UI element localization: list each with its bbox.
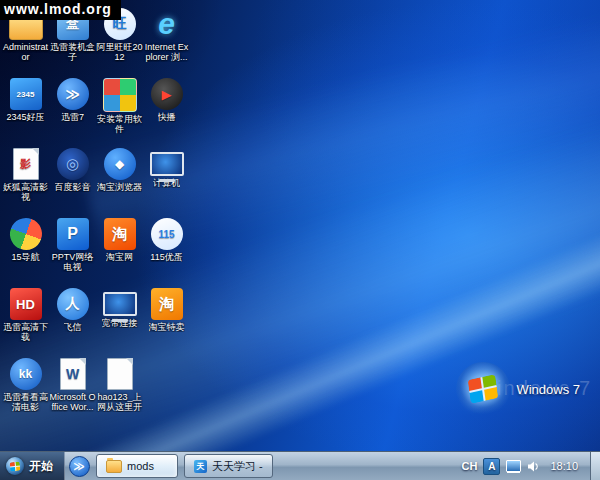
system-tray: CH A 18:10 [454,452,600,480]
taskbar-clock[interactable]: 18:10 [546,460,582,472]
desktop-icon-label: PPTV网络电视 [49,252,96,272]
desktop-icon-label: 妖狐高清影视 [2,182,49,202]
xunlei-kankan-icon: kk [10,358,42,390]
desktop-icon-label: 15导航 [11,252,39,262]
qvod-kuaibo-icon: ▶ [151,78,183,110]
site-watermark: www.lmod.org [0,0,121,20]
115-youdan-icon: 115 [151,218,183,250]
desktop-icon-pptv[interactable]: PPPTV网络电视 [49,216,96,286]
yaohu-hd-video-icon: 影 [13,148,39,180]
desktop-icon-label: 迅雷装机盒子 [49,42,96,62]
volume-icon[interactable] [527,460,540,473]
xunlei-hd-download-icon: HD [10,288,42,320]
desktop-icon-label: 快播 [158,112,176,122]
desktop-icon-hao123[interactable]: hao123_上网从这里开始 [96,356,143,426]
desktop-icon-label: 迅雷7 [61,112,84,122]
windows7-logo: Windows 7 [456,362,580,416]
app-icon: 天 [194,460,207,473]
taobao-browser-icon: ◆ [104,148,136,180]
desktop-icon-taobao[interactable]: 淘淘宝网 [96,216,143,286]
windows7-label: Windows 7 [516,382,580,397]
desktop-icon-fetion[interactable]: 人飞信 [49,286,96,356]
start-label: 开始 [29,458,53,475]
desktop-icon-label: 淘宝网 [106,252,133,262]
desktop-icon-label: Microsoft Office Wor... [49,392,96,412]
desktop-icon-taobao-temai[interactable]: 淘淘宝特卖 [143,286,190,356]
taskbar-window-mods[interactable]: mods [96,454,178,478]
windows-flag-icon [10,461,21,471]
desktop-icon-label: Internet Explorer 浏... [143,42,190,62]
taskbar: 开始 ≫ mods 天 天天学习 - CH A 18:10 [0,451,600,480]
desktop-icon-label: 安装常用软件 [96,114,143,134]
thunder-icon: ≫ [69,456,90,477]
desktop-icon-label: 阿里旺旺2012 [96,42,143,62]
ms-office-word-icon: W [60,358,86,390]
desktop-icon-label: 115优蛋 [150,252,182,262]
desktop-icon-label: 2345好压 [6,112,44,122]
ime-indicator[interactable]: A [483,458,500,475]
desktop-icon-label: hao123_上网从这里开始 [96,392,143,412]
quicklaunch-thunder-button[interactable]: ≫ [65,452,93,480]
desktop-icon-label: Administrator [2,42,49,62]
desktop-icon-label: 淘宝浏览器 [97,182,142,192]
desktop-icon-internet-explorer[interactable]: eInternet Explorer 浏... [143,6,190,76]
desktop-icon-computer[interactable]: 计算机 [143,146,190,216]
computer-icon [150,152,184,176]
start-orb-icon [6,457,24,475]
desktop-icon-label: 飞信 [64,322,82,332]
show-desktop-button[interactable] [590,452,600,480]
desktop-icon-ms-office-word[interactable]: WMicrosoft Office Wor... [49,356,96,426]
broadband-connection-icon [103,292,137,316]
baidu-player-icon: ◎ [57,148,89,180]
desktop-icon-install-common-software[interactable]: 安装常用软件 [96,76,143,146]
install-common-software-icon [103,78,137,112]
task-window-label: 天天学习 - [212,459,263,474]
desktop-icon-label: 淘宝特卖 [149,322,185,332]
desktop-icon-broadband-connection[interactable]: 宽带连接 [96,286,143,356]
xunlei-7-icon: ≫ [57,78,89,110]
desktop-icon-xunlei-kankan[interactable]: kk迅雷看看高清电影 [2,356,49,426]
folder-icon [106,460,122,473]
desktop-icon-xunlei-hd-download[interactable]: HD迅雷高清下载 [2,286,49,356]
desktop-icon-15-daohang[interactable]: 15导航 [2,216,49,286]
start-button[interactable]: 开始 [0,452,65,480]
desktop-icon-label: 迅雷高清下载 [2,322,49,342]
internet-explorer-icon: e [151,8,183,40]
task-window-label: mods [127,460,154,472]
pptv-icon: P [57,218,89,250]
desktop: www.lmod.org Administrator盒迅雷装机盒子旺阿里旺旺20… [0,0,600,452]
desktop-icon-taobao-browser[interactable]: ◆淘宝浏览器 [96,146,143,216]
desktop-icon-label: 百度影音 [55,182,91,192]
fetion-icon: 人 [57,288,89,320]
desktop-icon-115-youdan[interactable]: 115115优蛋 [143,216,190,286]
desktop-icon-2345-haozip[interactable]: 23452345好压 [2,76,49,146]
desktop-icon-xunlei-7[interactable]: ≫迅雷7 [49,76,96,146]
windows-flag-icon [468,374,499,404]
desktop-icon-baidu-player[interactable]: ◎百度影音 [49,146,96,216]
taobao-temai-icon: 淘 [151,288,183,320]
network-icon[interactable] [506,460,521,472]
desktop-icon-yaohu-hd-video[interactable]: 影妖狐高清影视 [2,146,49,216]
taobao-icon: 淘 [104,218,136,250]
desktop-icon-qvod-kuaibo[interactable]: ▶快播 [143,76,190,146]
language-indicator[interactable]: CH [462,460,478,472]
15-daohang-icon [5,213,46,254]
hao123-icon [107,358,133,390]
windows-flag-glow [456,362,510,416]
taskbar-window-tiantian-xuexi[interactable]: 天 天天学习 - [184,454,273,478]
desktop-icon-grid: Administrator盒迅雷装机盒子旺阿里旺旺2012eInternet E… [2,6,190,426]
desktop-icon-label: 迅雷看看高清电影 [2,392,49,412]
2345-haozip-icon: 2345 [10,78,42,110]
